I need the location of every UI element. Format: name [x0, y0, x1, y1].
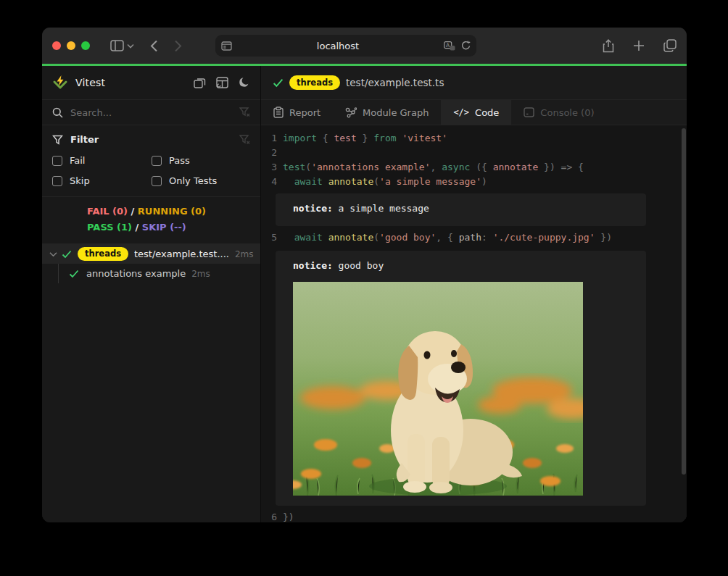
windows-overlap-icon[interactable] [194, 78, 206, 88]
filter-checkbox-only-tests[interactable]: Only Tests [152, 175, 250, 186]
checkbox-icon [152, 176, 162, 186]
tab-module-graph[interactable]: Module Graph [333, 100, 441, 125]
svg-text:A: A [446, 42, 450, 49]
tab-report[interactable]: Report [261, 100, 333, 125]
filter-title: Filter [70, 134, 239, 145]
test-tree: threads test/example.test.... 2ms annota… [42, 244, 260, 522]
filter-checkbox-pass[interactable]: Pass [152, 155, 250, 166]
code-editor[interactable]: 1import { test } from 'vitest' 2 3test('… [261, 125, 687, 522]
zoom-window-button[interactable] [81, 41, 90, 50]
reload-icon[interactable] [461, 41, 471, 51]
browser-window: localhost A [42, 28, 687, 522]
tab-console[interactable]: Console (0) [511, 100, 606, 125]
check-icon [69, 270, 79, 278]
file-header: threads test/example.test.ts [261, 66, 687, 100]
code-line: 3test('annotations example', async ({ an… [261, 160, 687, 175]
code-line: 1import { test } from 'vitest' [261, 131, 687, 146]
clear-filter-icon[interactable] [239, 107, 250, 117]
report-icon [273, 107, 284, 118]
sidebar-toggle-icon[interactable] [110, 40, 124, 51]
close-window-button[interactable] [52, 41, 61, 50]
code-line: 5 await annotate('good boy', { path: './… [261, 230, 687, 245]
checkbox-icon [152, 156, 162, 166]
scrollbar-thumb[interactable] [682, 128, 686, 475]
summary-row-2: PASS (1) / SKIP (--) [87, 220, 260, 235]
filter-checkbox-skip[interactable]: Skip [52, 175, 152, 186]
app-title: Vitest [75, 77, 105, 88]
moon-icon[interactable] [239, 77, 250, 88]
search-icon [52, 107, 63, 118]
annotation-notice: notice: a simple message [276, 193, 646, 226]
minimize-window-button[interactable] [67, 41, 75, 50]
site-settings-icon[interactable] [221, 41, 232, 51]
skip-count: SKIP (--) [142, 222, 186, 233]
code-icon: </> [453, 107, 469, 117]
duration-label: 2ms [191, 269, 210, 279]
pool-badge: threads [289, 75, 340, 90]
sidebar: Vitest [42, 66, 261, 522]
funnel-icon [52, 135, 63, 145]
share-icon[interactable] [603, 39, 614, 53]
address-bar[interactable]: localhost A [215, 35, 476, 57]
forward-icon[interactable] [174, 40, 182, 52]
test-case-label: annotations example [86, 268, 186, 279]
checkbox-icon [52, 176, 62, 186]
back-icon[interactable] [150, 40, 158, 52]
puppy-photo [293, 282, 583, 496]
module-graph-icon [345, 107, 357, 118]
vitest-logo-icon [52, 75, 68, 91]
app-header: Vitest [42, 66, 260, 100]
fail-count: FAIL (0) [87, 206, 128, 217]
clear-filter-icon[interactable] [239, 135, 250, 145]
tab-overview-icon[interactable] [663, 39, 677, 52]
new-tab-icon[interactable] [633, 40, 645, 51]
check-icon [62, 250, 72, 259]
tab-bar: Report Module Graph </> Code [261, 100, 687, 125]
chevron-down-icon[interactable] [127, 43, 134, 49]
pool-badge: threads [78, 247, 128, 262]
filter-checkbox-fail[interactable]: Fail [52, 155, 152, 166]
summary-row-1: FAIL (0) / RUNNING (0) [87, 204, 260, 220]
code-line: 2 [261, 146, 687, 160]
filter-section: Filter Fail Pass [42, 125, 260, 197]
dashboard-icon[interactable] [216, 77, 228, 88]
test-file-row[interactable]: threads test/example.test.... 2ms [42, 244, 260, 264]
running-count: RUNNING (0) [138, 206, 206, 217]
translate-icon[interactable]: A [444, 41, 455, 51]
test-case-row[interactable]: annotations example 2ms [42, 264, 260, 283]
checkbox-icon [52, 156, 62, 166]
console-icon [524, 107, 534, 117]
test-summary: FAIL (0) / RUNNING (0) PASS (1) / SKIP (… [42, 197, 260, 244]
search-row [42, 100, 260, 125]
test-file-label: test/example.test.... [134, 249, 229, 259]
tab-code[interactable]: </> Code [441, 100, 511, 125]
tree-guide-line [58, 264, 59, 283]
pass-count: PASS (1) [87, 222, 132, 233]
annotation-notice: notice: good boy [276, 251, 646, 506]
url-text: localhost [232, 41, 444, 51]
code-line: 4 await annotate('a simple message') [261, 175, 687, 189]
duration-label: 2ms [235, 249, 254, 259]
file-name: test/example.test.ts [346, 77, 444, 88]
code-line: 6}) [261, 510, 687, 522]
check-icon [273, 78, 284, 88]
browser-toolbar: localhost A [42, 28, 687, 64]
search-input[interactable] [70, 107, 239, 118]
main-panel: threads test/example.test.ts Report [261, 66, 687, 522]
chevron-down-icon[interactable] [49, 251, 57, 257]
